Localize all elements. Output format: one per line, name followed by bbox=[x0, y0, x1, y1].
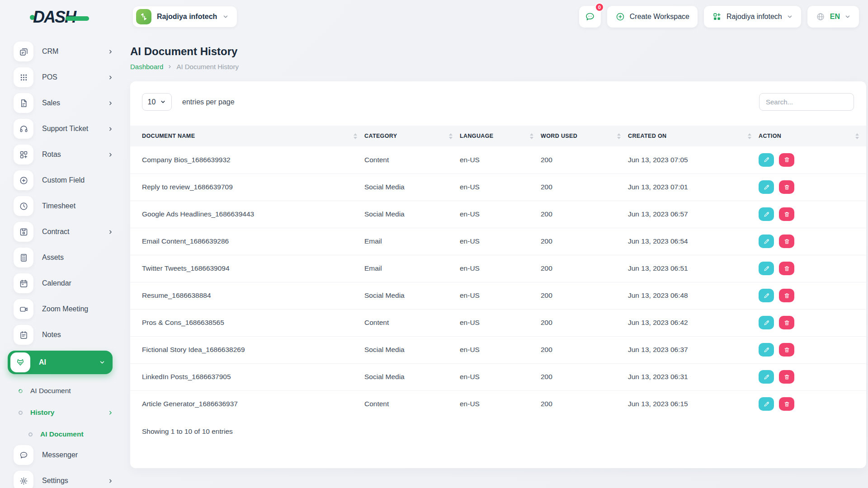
delete-button[interactable] bbox=[779, 180, 794, 194]
edit-button[interactable] bbox=[759, 289, 774, 302]
zoom-meeting-icon bbox=[14, 299, 33, 319]
sidebar-item-crm[interactable]: CRM bbox=[8, 42, 121, 61]
contract-icon bbox=[14, 222, 33, 242]
trash-icon bbox=[783, 292, 790, 299]
pencil-icon bbox=[763, 374, 770, 380]
sidebar-item-contract[interactable]: Contract bbox=[8, 222, 121, 242]
search-input[interactable] bbox=[759, 93, 854, 111]
chevron-down-icon bbox=[160, 99, 166, 105]
edit-button[interactable] bbox=[759, 207, 774, 221]
edit-button[interactable] bbox=[759, 180, 774, 194]
sidebar-item-label: Messenger bbox=[42, 451, 78, 459]
edit-button[interactable] bbox=[759, 397, 774, 411]
edit-button[interactable] bbox=[759, 343, 774, 357]
messages-button[interactable]: 0 bbox=[579, 6, 601, 28]
sidebar-item-label: CRM bbox=[42, 47, 58, 56]
sidebar-item-messenger[interactable]: Messenger bbox=[8, 445, 121, 465]
cell-document-name: Reply to review_1686639709 bbox=[130, 174, 364, 201]
sort-icons bbox=[449, 133, 453, 139]
workspace-switcher[interactable]: Rajodiya infotech bbox=[133, 6, 237, 27]
cell-category: Social Media bbox=[364, 363, 460, 390]
sidebar-subitem-history[interactable]: History bbox=[8, 402, 121, 423]
sidebar-subitem-history-ai-document[interactable]: AI Document bbox=[8, 423, 121, 445]
cell-language: en-US bbox=[460, 390, 541, 418]
edit-button[interactable] bbox=[759, 153, 774, 167]
sidebar-item-pos[interactable]: POS bbox=[8, 67, 121, 87]
delete-button[interactable] bbox=[779, 316, 794, 329]
timesheet-icon bbox=[14, 196, 33, 216]
sidebar-item-label: POS bbox=[42, 73, 57, 81]
delete-button[interactable] bbox=[779, 207, 794, 221]
column-header-word-used[interactable]: WORD USED bbox=[541, 126, 621, 146]
entries-per-page-select[interactable]: 10 bbox=[142, 93, 172, 111]
breadcrumb-dashboard-link[interactable]: Dashboard bbox=[130, 63, 163, 70]
trash-icon bbox=[783, 265, 790, 272]
sidebar-item-settings[interactable]: Settings bbox=[8, 471, 121, 488]
column-header-category[interactable]: CATEGORY bbox=[364, 126, 453, 146]
sidebar-item-ai[interactable]: AI bbox=[8, 351, 113, 374]
delete-button[interactable] bbox=[779, 235, 794, 248]
cell-created-on: Jun 13, 2023 06:37 bbox=[628, 336, 759, 363]
sidebar-item-sales[interactable]: Sales bbox=[8, 93, 121, 113]
sidebar-item-calendar[interactable]: Calendar bbox=[8, 273, 121, 293]
pencil-icon bbox=[763, 184, 770, 191]
sidebar-item-notes[interactable]: Notes bbox=[8, 325, 121, 345]
sidebar-item-assets[interactable]: Assets bbox=[8, 248, 121, 267]
chevron-right-icon bbox=[108, 49, 113, 55]
language-selector[interactable]: EN bbox=[807, 6, 859, 28]
sidebar-item-rotas[interactable]: Rotas bbox=[8, 145, 121, 164]
sidebar-item-label: Contract bbox=[42, 228, 69, 236]
table-row: Fictional Story Idea_1686638269 Social M… bbox=[130, 336, 866, 363]
table-header-row: DOCUMENT NAME CATEGORY LANGUAGE WORD USE… bbox=[130, 126, 866, 146]
chevron-right-icon bbox=[108, 126, 113, 132]
edit-button[interactable] bbox=[759, 235, 774, 248]
language-label: EN bbox=[830, 13, 840, 21]
chevron-down-icon bbox=[99, 359, 105, 366]
sales-icon bbox=[14, 93, 33, 113]
pencil-icon bbox=[763, 292, 770, 299]
edit-button[interactable] bbox=[759, 316, 774, 329]
sidebar-item-custom-field[interactable]: Custom Field bbox=[8, 170, 121, 190]
edit-button[interactable] bbox=[759, 262, 774, 275]
cell-word-used: 200 bbox=[541, 282, 628, 309]
edit-button[interactable] bbox=[759, 370, 774, 384]
cell-created-on: Jun 13, 2023 06:57 bbox=[628, 201, 759, 228]
app-logo[interactable]: DASH bbox=[30, 7, 89, 27]
sidebar-subitem-label: AI Document bbox=[30, 387, 71, 395]
delete-button[interactable] bbox=[779, 262, 794, 275]
create-workspace-button[interactable]: Create Workspace bbox=[607, 6, 698, 28]
column-header-document-name[interactable]: DOCUMENT NAME bbox=[130, 126, 357, 146]
cell-category: Email bbox=[364, 228, 460, 255]
sidebar-subitem-ai-document[interactable]: AI Document bbox=[8, 380, 121, 402]
sidebar-item-zoom-meeting[interactable]: Zoom Meeting bbox=[8, 299, 121, 319]
sidebar-item-timesheet[interactable]: Timesheet bbox=[8, 196, 121, 216]
trash-icon bbox=[783, 401, 790, 408]
sidebar-item-support-ticket[interactable]: Support Ticket bbox=[8, 119, 121, 139]
delete-button[interactable] bbox=[779, 343, 794, 357]
column-header-action[interactable]: ACTION bbox=[759, 126, 859, 146]
cell-document-name: Article Generator_1686636937 bbox=[130, 390, 364, 418]
table-row: Twitter Tweets_1686639094 Email en-US 20… bbox=[130, 255, 866, 282]
table-row: LinkedIn Posts_1686637905 Social Media e… bbox=[130, 363, 866, 390]
delete-button[interactable] bbox=[779, 397, 794, 411]
workspace-name: Rajodiya infotech bbox=[157, 13, 217, 21]
column-header-created-on[interactable]: CREATED ON bbox=[628, 126, 751, 146]
cell-language: en-US bbox=[460, 228, 541, 255]
delete-button[interactable] bbox=[779, 370, 794, 384]
column-header-language[interactable]: LANGUAGE bbox=[460, 126, 533, 146]
assets-icon bbox=[14, 248, 33, 267]
delete-button[interactable] bbox=[779, 153, 794, 167]
cell-word-used: 200 bbox=[541, 363, 628, 390]
sidebar-item-label: Custom Field bbox=[42, 176, 85, 184]
account-menu[interactable]: Rajodiya infotech bbox=[704, 6, 801, 28]
globe-icon bbox=[816, 12, 826, 22]
sidebar-item-label: Calendar bbox=[42, 279, 71, 287]
bullet-icon bbox=[18, 388, 24, 394]
history-card: 10 entries per page DOCUMENT NAME CATEGO… bbox=[130, 81, 866, 468]
logo-dash bbox=[66, 16, 89, 21]
cell-document-name: Email Content_1686639286 bbox=[130, 228, 364, 255]
bullet-icon bbox=[28, 432, 33, 436]
delete-button[interactable] bbox=[779, 289, 794, 302]
table-controls: 10 entries per page bbox=[130, 81, 866, 111]
notes-icon bbox=[14, 325, 33, 345]
